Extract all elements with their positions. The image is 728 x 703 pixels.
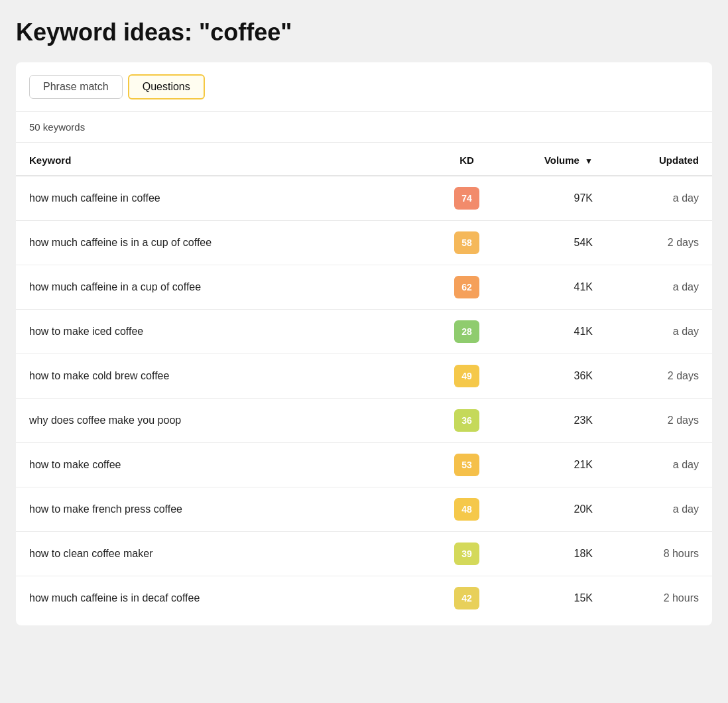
kd-badge: 39	[454, 543, 479, 565]
col-keyword: Keyword	[16, 143, 434, 176]
col-updated: Updated	[606, 143, 712, 176]
table-row: how much caffeine is in decaf coffee4215…	[16, 576, 712, 621]
cell-updated: 2 days	[606, 354, 712, 399]
cell-keyword: how to make french press coffee	[16, 487, 434, 532]
cell-volume: 41K	[500, 310, 606, 354]
cell-updated: a day	[606, 176, 712, 221]
table-row: how to make french press coffee4820Ka da…	[16, 487, 712, 532]
cell-updated: a day	[606, 487, 712, 532]
cell-kd: 53	[434, 443, 500, 487]
cell-volume: 21K	[500, 443, 606, 487]
tab-questions[interactable]: Questions	[128, 74, 205, 99]
cell-kd: 48	[434, 487, 500, 532]
cell-volume: 15K	[500, 576, 606, 621]
cell-kd: 28	[434, 310, 500, 354]
cell-updated: 2 days	[606, 399, 712, 443]
cell-keyword: how much caffeine is in decaf coffee	[16, 576, 434, 621]
cell-updated: 2 days	[606, 221, 712, 265]
cell-volume: 18K	[500, 532, 606, 576]
kd-badge: 48	[454, 498, 479, 521]
kd-badge: 62	[454, 276, 479, 298]
kd-badge: 36	[454, 409, 479, 432]
cell-kd: 62	[434, 265, 500, 310]
tabs-bar: Phrase matchQuestions	[16, 62, 712, 112]
table-row: how much caffeine in coffee7497Ka day	[16, 176, 712, 221]
volume-sort-icon: ▼	[585, 157, 593, 166]
kd-badge: 74	[454, 187, 479, 210]
table-row: how to clean coffee maker3918K8 hours	[16, 532, 712, 576]
cell-keyword: how much caffeine in a cup of coffee	[16, 265, 434, 310]
table-row: how much caffeine in a cup of coffee6241…	[16, 265, 712, 310]
cell-updated: 8 hours	[606, 532, 712, 576]
keywords-table: Keyword KD Volume ▼ Updated how much caf…	[16, 143, 712, 620]
table-container: Keyword KD Volume ▼ Updated how much caf…	[16, 143, 712, 625]
cell-keyword: how much caffeine in coffee	[16, 176, 434, 221]
cell-volume: 97K	[500, 176, 606, 221]
kd-badge: 28	[454, 320, 479, 343]
cell-keyword: how to clean coffee maker	[16, 532, 434, 576]
cell-updated: a day	[606, 443, 712, 487]
cell-updated: a day	[606, 310, 712, 354]
table-body: how much caffeine in coffee7497Ka dayhow…	[16, 176, 712, 620]
table-row: how to make cold brew coffee4936K2 days	[16, 354, 712, 399]
table-row: how much caffeine is in a cup of coffee5…	[16, 221, 712, 265]
kd-badge: 53	[454, 454, 479, 476]
col-volume[interactable]: Volume ▼	[500, 143, 606, 176]
main-card: Phrase matchQuestions 50 keywords Keywor…	[16, 62, 712, 625]
cell-volume: 23K	[500, 399, 606, 443]
cell-volume: 20K	[500, 487, 606, 532]
cell-kd: 74	[434, 176, 500, 221]
cell-kd: 58	[434, 221, 500, 265]
kd-badge: 49	[454, 365, 479, 387]
cell-keyword: how much caffeine is in a cup of coffee	[16, 221, 434, 265]
cell-keyword: why does coffee make you poop	[16, 399, 434, 443]
cell-kd: 42	[434, 576, 500, 621]
col-kd: KD	[434, 143, 500, 176]
kd-badge: 58	[454, 231, 479, 254]
cell-updated: 2 hours	[606, 576, 712, 621]
cell-volume: 36K	[500, 354, 606, 399]
cell-kd: 36	[434, 399, 500, 443]
cell-kd: 49	[434, 354, 500, 399]
page-wrapper: Keyword ideas: "coffee" Phrase matchQues…	[0, 0, 728, 703]
cell-keyword: how to make cold brew coffee	[16, 354, 434, 399]
cell-kd: 39	[434, 532, 500, 576]
cell-keyword: how to make coffee	[16, 443, 434, 487]
kd-badge: 42	[454, 587, 479, 609]
cell-volume: 41K	[500, 265, 606, 310]
cell-volume: 54K	[500, 221, 606, 265]
keywords-count: 50 keywords	[16, 112, 712, 143]
table-row: why does coffee make you poop3623K2 days	[16, 399, 712, 443]
tab-phrase-match[interactable]: Phrase match	[29, 75, 123, 99]
cell-keyword: how to make iced coffee	[16, 310, 434, 354]
page-title: Keyword ideas: "coffee"	[16, 19, 712, 46]
table-row: how to make coffee5321Ka day	[16, 443, 712, 487]
cell-updated: a day	[606, 265, 712, 310]
table-row: how to make iced coffee2841Ka day	[16, 310, 712, 354]
table-header: Keyword KD Volume ▼ Updated	[16, 143, 712, 176]
